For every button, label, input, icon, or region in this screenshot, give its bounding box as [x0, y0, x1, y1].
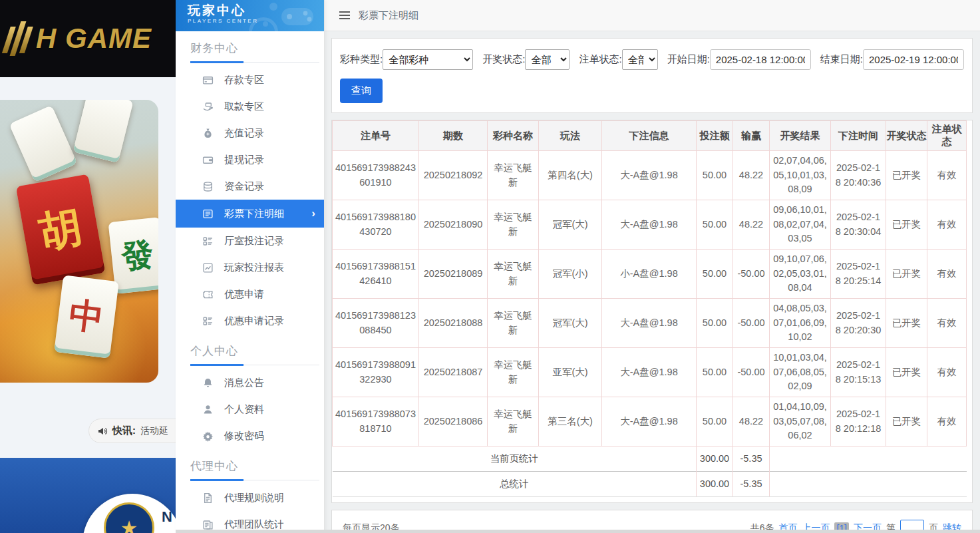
cell-bet-time: 2025-02-18 20:20:30 — [831, 299, 886, 348]
deposit-card-icon — [202, 75, 214, 86]
sidebar-item-消息公告[interactable]: 消息公告› — [176, 369, 324, 396]
bet-row: 40156917398809132293020250218087幸运飞艇新亚军(… — [333, 348, 967, 397]
section-divider — [190, 480, 319, 480]
cell-win-loss: 48.22 — [733, 397, 770, 446]
cell-draw-status: 已开奖 — [886, 250, 927, 299]
cell-lottery-name: 幸运飞艇新 — [488, 299, 539, 348]
ticker-label: 快讯: — [112, 425, 136, 437]
bet-row: 40156917398807381871020250218086幸运飞艇新第三名… — [333, 397, 967, 446]
ticker-text: 活动延 — [140, 425, 168, 437]
col-header-play-type: 玩法 — [539, 121, 602, 151]
query-button[interactable]: 查询 — [340, 79, 383, 103]
bet-row: 40156917398812308845020250218088幸运飞艇新冠军(… — [333, 299, 967, 348]
cell-bet-amount: 50.00 — [697, 151, 733, 200]
cell-win-loss: 48.22 — [733, 200, 770, 250]
sidebar-item-label: 玩家投注报表 — [224, 262, 284, 274]
cell-period: 20250218087 — [419, 348, 488, 397]
cell-draw-result: 09,06,10,01,08,02,07,04,03,05 — [770, 200, 831, 250]
cell-bet-amount: 50.00 — [697, 299, 733, 348]
sidebar-item-label: 充值记录 — [224, 127, 264, 140]
end-date-input[interactable] — [863, 49, 964, 70]
col-header-period: 期数 — [419, 121, 488, 151]
col-header-bet-info: 下注信息 — [602, 121, 697, 151]
cell-order-status: 有效 — [927, 200, 967, 250]
lottery-type-select[interactable]: 全部彩种 — [383, 49, 473, 70]
cell-order-status: 有效 — [927, 151, 967, 200]
sidebar-item-优惠申请[interactable]: 优惠申请› — [176, 281, 324, 307]
bet-row: 40156917398824360191020250218092幸运飞艇新第四名… — [333, 151, 967, 200]
lottery-type-label: 彩种类型: — [340, 53, 383, 66]
document-icon — [202, 492, 214, 504]
cell-play-type: 第四名(大) — [539, 151, 602, 200]
sidebar-sections: 财务中心存款专区›取款专区›充值记录›提现记录›资金记录›彩票下注明细›厅室投注… — [176, 31, 324, 533]
background-page: H GAME 胡 發 中 快讯: 活动延 ★ N — [0, 0, 176, 533]
cell-bet-time: 2025-02-18 20:40:36 — [831, 151, 886, 200]
cell-order-no: 401569173988123088450 — [333, 299, 419, 348]
hero-image: 胡 發 中 — [0, 100, 158, 383]
col-header-draw-status: 开奖状态 — [886, 121, 927, 151]
cell-lottery-name: 幸运飞艇新 — [488, 397, 539, 446]
cell-lottery-name: 幸运飞艇新 — [488, 200, 539, 250]
mahjong-tile-hu: 胡 — [16, 174, 105, 285]
draw-status-select[interactable]: 全部 — [525, 49, 570, 70]
cell-order-no: 401569173988091322930 — [333, 348, 419, 397]
section-divider — [190, 365, 319, 365]
sidebar-item-厅室投注记录[interactable]: 厅室投注记录› — [176, 228, 324, 254]
cell-bet-time: 2025-02-18 20:15:13 — [831, 348, 886, 397]
cell-draw-status: 已开奖 — [886, 299, 927, 348]
bet-row: 40156917398818043072020250218090幸运飞艇新冠军(… — [333, 200, 967, 250]
sidebar-item-玩家投注报表[interactable]: 玩家投注报表› — [176, 254, 324, 281]
col-header-order-no: 注单号 — [333, 121, 419, 151]
sidebar-header: 玩家中心 PLAYERS CENTER — [176, 0, 324, 31]
sidebar-item-优惠申请记录[interactable]: 优惠申请记录› — [176, 307, 324, 334]
sidebar-item-label: 修改密码 — [224, 430, 264, 443]
sidebar-item-存款专区[interactable]: 存款专区› — [176, 67, 324, 93]
sidebar-item-label: 代理规则说明 — [224, 492, 284, 504]
sidebar-item-彩票下注明细[interactable]: 彩票下注明细› — [176, 200, 324, 228]
col-header-bet-amount: 投注额 — [697, 121, 733, 151]
filter-panel: 彩种类型: 全部彩种 开奖状态: 全部 注单状态: 全部 开始日期: 结束日期:… — [331, 38, 973, 113]
sidebar-section: 个人中心 — [176, 334, 324, 369]
sidebar-item-修改密码[interactable]: 修改密码› — [176, 423, 324, 449]
sidebar-item-label: 存款专区 — [224, 74, 264, 87]
main-topbar: 彩票下注明细 — [325, 0, 980, 31]
sidebar-item-label: 提现记录 — [224, 154, 264, 166]
cell-win-loss: -50.00 — [733, 250, 770, 299]
gear-icon — [202, 431, 214, 442]
sidebar: 玩家中心 PLAYERS CENTER 财务中心存款专区›取款专区›充值记录›提… — [176, 0, 325, 533]
sidebar-item-label: 优惠申请 — [224, 288, 264, 301]
logo-text: H GAME — [36, 23, 152, 55]
page-title: 彩票下注明细 — [359, 9, 418, 22]
cell-win-loss: -50.00 — [733, 299, 770, 348]
cell-order-no: 401569173988073818710 — [333, 397, 419, 446]
cell-bet-info: 大-A盘@1.98 — [602, 397, 697, 446]
cell-bet-amount: 50.00 — [697, 250, 733, 299]
sidebar-item-提现记录[interactable]: 提现记录› — [176, 146, 324, 173]
sidebar-item-充值记录[interactable]: 充值记录› — [176, 120, 324, 146]
wallet-icon — [202, 154, 214, 166]
sidebar-item-个人资料[interactable]: 个人资料› — [176, 396, 324, 423]
menu-toggle-icon[interactable] — [339, 11, 350, 19]
col-header-lottery-name: 彩种名称 — [488, 121, 539, 151]
cell-bet-info: 大-A盘@1.98 — [602, 200, 697, 250]
cell-period: 20250218088 — [419, 299, 488, 348]
cell-draw-result: 10,01,03,04,07,06,08,05,02,09 — [770, 348, 831, 397]
mahjong-tile — [73, 100, 133, 163]
bottom-edge — [176, 530, 980, 533]
speaker-icon — [97, 426, 108, 437]
sidebar-item-代理规则说明[interactable]: 代理规则说明› — [176, 484, 324, 511]
cell-order-no: 401569173988243601910 — [333, 151, 419, 200]
cell-draw-status: 已开奖 — [886, 348, 927, 397]
main-content: 彩票下注明细 彩种类型: 全部彩种 开奖状态: 全部 注单状态: 全部 开始日期… — [325, 0, 980, 533]
start-date-input[interactable] — [710, 49, 811, 70]
sidebar-section-title: 代理中心 — [190, 458, 324, 474]
sidebar-section-title: 财务中心 — [190, 41, 324, 56]
sidebar-item-取款专区[interactable]: 取款专区› — [176, 93, 324, 120]
sidebar-item-label: 厅室投注记录 — [224, 235, 284, 248]
bet-row: 40156917398815142641020250218089幸运飞艇新冠军(… — [333, 250, 967, 299]
start-date-label: 开始日期: — [667, 53, 710, 66]
order-status-select[interactable]: 全部 — [622, 49, 658, 70]
cell-draw-result: 04,08,05,03,07,01,06,09,10,02 — [770, 299, 831, 348]
moneybag-icon — [202, 128, 214, 139]
sidebar-item-资金记录[interactable]: 资金记录› — [176, 173, 324, 200]
